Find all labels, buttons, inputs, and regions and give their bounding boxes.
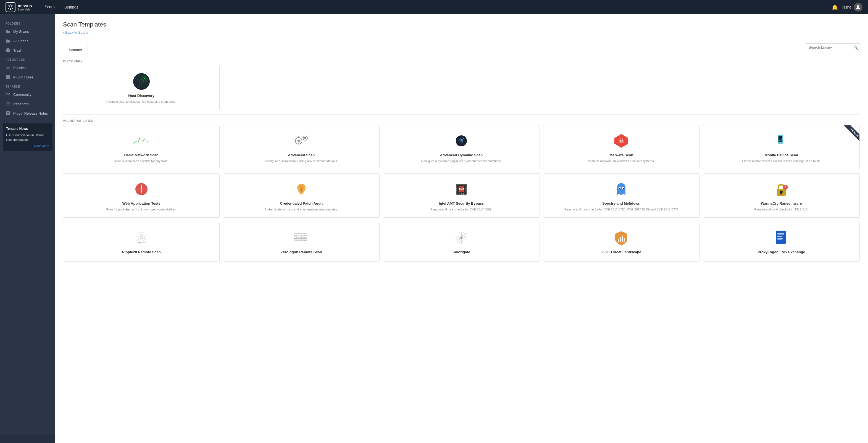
- template-card-basic-network[interactable]: Basic Network Scan A full system scan su…: [63, 125, 220, 169]
- wannacry-title: WannaCry Ransomware: [708, 201, 855, 205]
- svg-text:Ripple20: Ripple20: [137, 242, 145, 244]
- back-to-scans-link[interactable]: ‹ Back to Scans: [63, 30, 860, 34]
- malware-title: Malware Scan: [548, 153, 695, 157]
- plugin-release-icon: [5, 111, 10, 116]
- logo[interactable]: nessus Essentials: [5, 2, 32, 12]
- template-card-advanced-dynamic[interactable]: Advanced Dynamic Scan Configure a dynami…: [383, 125, 539, 169]
- svg-text:=: =: [781, 242, 782, 244]
- plugin-release-label: Plugin Release Notes: [13, 111, 48, 116]
- svg-text:0g03e5019900d: 0g03e5019900d: [294, 237, 307, 239]
- credential-icon: [292, 180, 310, 198]
- template-card-intel-amt[interactable]: AMT Intel AMT Security Bypass Remo: [383, 173, 539, 218]
- read-more-link[interactable]: Read More: [6, 144, 49, 148]
- ripple20-title: Ripple20 Remote Scan: [68, 250, 215, 254]
- sidebar-item-community[interactable]: Community: [0, 90, 55, 99]
- tenable-label: TENABLE: [0, 82, 55, 90]
- bell-icon[interactable]: 🔔: [832, 4, 838, 10]
- credential-title: Credentialed Patch Audit: [228, 201, 375, 205]
- template-card-host-discovery[interactable]: Host Discovery A simple scan to discover…: [63, 66, 220, 110]
- svg-rect-42: [781, 139, 781, 141]
- vulnerabilities-grid: Basic Network Scan A full system scan su…: [63, 125, 860, 169]
- template-card-credential[interactable]: Credentialed Patch Audit Authenticate to…: [223, 173, 379, 218]
- tabs: Scanner: [63, 45, 88, 55]
- plugin-rules-label: Plugin Rules: [13, 75, 33, 79]
- user-info[interactable]: isshe: [842, 3, 863, 11]
- svg-text:003e3v5110490: 003e3v5110490: [294, 239, 307, 241]
- page-title: Scan Templates: [63, 21, 860, 28]
- policies-label: Policies: [13, 66, 26, 70]
- svg-rect-7: [6, 77, 8, 79]
- tab-scanner[interactable]: Scanner: [63, 45, 88, 55]
- policies-icon: [5, 65, 10, 70]
- svg-rect-88: [620, 237, 621, 242]
- main-layout: FOLDERS My Scans All Scans: [0, 14, 868, 443]
- host-discovery-desc: A simple scan to discover live hosts and…: [68, 99, 215, 104]
- advanced-icon: [292, 132, 310, 150]
- svg-point-47: [300, 186, 303, 189]
- basic-network-desc: A full system scan suitable for any host…: [68, 159, 215, 163]
- sidebar-item-policies[interactable]: Policies: [0, 63, 55, 72]
- svg-point-4: [7, 67, 9, 68]
- sidebar-item-plugin-release[interactable]: Plugin Release Notes: [0, 108, 55, 118]
- template-card-malware[interactable]: ☠ Malware Scan Scan for malware on Windo…: [543, 125, 700, 169]
- search-library-input[interactable]: [805, 43, 860, 51]
- logo-text: nessus: [18, 3, 32, 8]
- folders-label: FOLDERS: [0, 19, 55, 27]
- plugin-rules-icon: [5, 74, 10, 80]
- advanced-dynamic-desc: Configure a dynamic plugin scan without …: [388, 159, 535, 163]
- intel-amt-icon: AMT: [453, 180, 470, 198]
- sidebar-item-research[interactable]: Research: [0, 99, 55, 108]
- spectre-title: Spectre and Meltdown: [548, 201, 695, 205]
- template-card-proxylogon[interactable]: = ProxyLogon : MS Exchange: [703, 222, 860, 261]
- solorigate-title: Solorigate: [388, 250, 535, 254]
- svg-text:000e3v511049c: 000e3v511049c: [294, 232, 307, 234]
- vulnerabilities-grid-3: Ripple20 Ripple20 Remote Scan 000e3v5110…: [63, 222, 860, 261]
- svg-rect-96: [777, 240, 782, 240]
- mobile-desc: Assess mobile devices via Microsoft Exch…: [708, 159, 855, 163]
- svg-rect-43: [781, 138, 782, 141]
- back-link-text: Back to Scans: [65, 30, 88, 34]
- template-card-advanced[interactable]: Advanced Scan Configure a scan without u…: [223, 125, 379, 169]
- svg-rect-8: [8, 77, 10, 79]
- upgrade-badge-wrap: UPGRADE: [843, 125, 860, 142]
- nav-scans[interactable]: Scans: [40, 0, 60, 14]
- sidebar-item-plugin-rules[interactable]: Plugin Rules: [0, 72, 55, 82]
- vulnerabilities-section-label: VULNERABILITIES: [63, 114, 860, 125]
- nav-settings[interactable]: Settings: [60, 0, 83, 14]
- spectre-desc: Remote and local checks for CVE-2017-575…: [548, 207, 695, 212]
- template-card-wannacry[interactable]: ! WannaCry Ransomware Remote and local c…: [703, 173, 860, 218]
- template-card-zerologon[interactable]: 000e3v511049c 011e5v61104c0 0g03e5019900…: [223, 222, 379, 261]
- template-card-solorigate[interactable]: Solorigate: [383, 222, 539, 261]
- sidebar-item-my-scans[interactable]: My Scans: [0, 27, 55, 36]
- svg-rect-6: [8, 75, 10, 77]
- svg-point-71: [138, 234, 145, 241]
- sidebar-item-trash[interactable]: Trash: [0, 45, 55, 55]
- svg-marker-1: [9, 6, 12, 8]
- search-bar: 🔍: [805, 40, 860, 55]
- trash-label: Trash: [13, 48, 22, 53]
- sidebar: FOLDERS My Scans All Scans: [0, 14, 55, 443]
- tenable-news-widget: Tenable News User Enumeration in GSuite …: [3, 123, 53, 151]
- nav-right: 🔔 isshe: [832, 3, 863, 11]
- template-card-threat-landscape[interactable]: 2020 Threat Landscape: [543, 222, 700, 261]
- sidebar-collapse-button[interactable]: ‹‹: [0, 435, 55, 443]
- search-button[interactable]: 🔍: [854, 45, 858, 50]
- template-card-web-app[interactable]: Web Application Tests Scan for published…: [63, 173, 220, 218]
- advanced-title: Advanced Scan: [228, 153, 375, 157]
- svg-rect-40: [779, 140, 780, 141]
- mobile-title: Mobile Device Scan: [708, 153, 855, 157]
- main-content: Scan Templates ‹ Back to Scans Scanner 🔍…: [55, 14, 868, 443]
- svg-point-9: [7, 93, 8, 94]
- svg-rect-90: [624, 238, 625, 242]
- community-icon: [5, 92, 10, 97]
- avatar: [854, 3, 863, 11]
- svg-rect-95: [777, 238, 783, 239]
- sidebar-item-all-scans[interactable]: All Scans: [0, 36, 55, 45]
- template-card-spectre[interactable]: Spectre and Meltdown Remote and local ch…: [543, 173, 700, 218]
- template-card-mobile[interactable]: UPGRADE Mobile Device Scan: [703, 125, 860, 169]
- template-card-ripple20[interactable]: Ripple20 Ripple20 Remote Scan: [63, 222, 220, 261]
- community-label: Community: [13, 93, 31, 97]
- wannacry-icon: !: [772, 180, 790, 198]
- all-scans-label: All Scans: [13, 39, 28, 43]
- web-app-title: Web Application Tests: [68, 201, 215, 205]
